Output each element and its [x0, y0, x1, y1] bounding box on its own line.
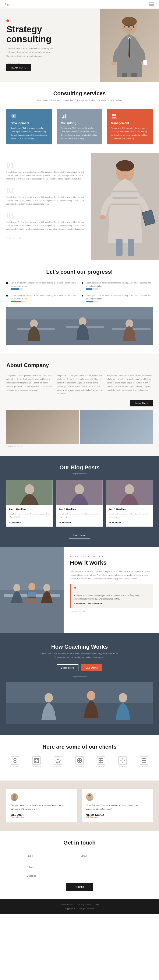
blog-title: Our Blog Posts [6, 464, 153, 471]
svg-point-43 [124, 484, 134, 495]
hero-photo [100, 9, 159, 82]
footer-link-3[interactable]: FAQ [95, 904, 99, 906]
svg-rect-9 [131, 73, 137, 77]
how-photo [0, 547, 64, 633]
client-svg-7 [141, 757, 147, 764]
blog-card-1-read-more[interactable]: READ MORE [9, 522, 22, 523]
progress-bar-bg-1 [11, 288, 23, 290]
client-label-4: COMPANY [75, 765, 84, 768]
progress-bar-fill-3 [11, 301, 21, 302]
svg-point-26 [122, 170, 123, 172]
service-consulting-text: Sample text. Click to select the text bo… [61, 127, 98, 140]
form-submit-button[interactable]: SUBMIT [66, 883, 93, 891]
coaching-image-credit: Image from Freepik [6, 675, 153, 678]
form-message-field [27, 873, 132, 879]
about-learn-more-button[interactable]: Learn More [131, 399, 153, 406]
progress-label-1: Lorem productum businesses for the food … [11, 281, 77, 288]
testimonial-name-1: BILL SMITH [11, 813, 73, 816]
blog-card-3-read-more[interactable]: READ MORE [109, 522, 121, 523]
about-photos [6, 410, 153, 444]
svg-rect-8 [122, 73, 127, 77]
blog-card-3-title: Post 3 Headline [109, 508, 150, 511]
svg-rect-53 [6, 703, 153, 724]
svg-rect-28 [116, 239, 123, 256]
footer-link-2[interactable]: Start Page Builder [77, 904, 91, 906]
clients-section: Here are some of our clients COMPANY COM [0, 735, 159, 781]
blog-card-3-img [106, 480, 153, 505]
form-name-input[interactable] [27, 853, 78, 859]
testimonial-card-2: "Sample quote. Lorem ipsum dolor sit ame… [82, 789, 153, 822]
blog-card-2-img [56, 480, 102, 505]
form-row-1 [27, 853, 132, 862]
hero-read-more-button[interactable]: READ MORE [6, 64, 31, 71]
client-logo-6: COMPANY [118, 756, 127, 768]
progress-dot-2 [82, 282, 83, 284]
client-icon-7 [140, 756, 148, 765]
numbered-photo [91, 153, 159, 260]
coaching-live-demo-button[interactable]: Live Demo [81, 664, 102, 671]
form-email-field [81, 853, 132, 859]
progress-label-4: Lorem productum businesses for the food … [86, 294, 153, 300]
coaching-learn-more-button[interactable]: Learn More [57, 664, 79, 671]
svg-point-41 [75, 484, 84, 495]
progress-grid: Lorem productum businesses for the food … [6, 281, 153, 302]
coaching-svg [6, 682, 153, 724]
svg-point-27 [127, 170, 128, 172]
avatar-2-svg [86, 793, 93, 801]
nav-logo: logo [5, 3, 10, 6]
testimonial-role-1: Financial Advisor [11, 816, 73, 818]
how-title: How it works [70, 559, 153, 566]
chart-icon [61, 113, 67, 119]
blog-card-1: Post 1 Headline Sample text. Lorem ipsum… [6, 480, 53, 527]
progress-bar-fill-2 [86, 288, 92, 290]
about-title: About Company [6, 362, 153, 369]
service-development-title: Development [11, 121, 48, 125]
blog-learn-more-button[interactable]: learn more [69, 532, 90, 538]
svg-point-47 [13, 584, 20, 592]
svg-point-22 [100, 215, 105, 219]
numbered-section: 01 Sample text. Click to select the text… [0, 153, 159, 260]
progress-item-4-content: Lorem productum businesses for the food … [86, 294, 153, 302]
client-icon-6 [118, 756, 127, 765]
svg-point-14 [112, 114, 114, 116]
blog-card-2: Post 2 Headline Sample text. Lorem ipsum… [56, 480, 102, 527]
how-section: MEANINGFUL SOLUTIONS, FAST How it works … [0, 547, 159, 633]
service-development-text: Sample text. Click to select the text bo… [11, 127, 48, 140]
client-svg-3 [55, 757, 61, 764]
client-logo-4: COMPANY [75, 756, 84, 768]
blog-card-1-text: Sample text. Lorem ipsum dolor sit amet,… [9, 512, 50, 519]
client-logo-5: COMPANY [96, 756, 105, 768]
testimonials-section: "Sample quote. Lorem ipsum dolor sit ame… [0, 781, 159, 831]
blog-img-1-svg [6, 480, 53, 505]
how-image-credit: Image from Freepik [70, 610, 153, 612]
blog-grid: Post 1 Headline Sample text. Lorem ipsum… [6, 480, 153, 527]
blog-card-2-read-more[interactable]: READ MORE [59, 522, 71, 523]
progress-bar-fill-4 [86, 301, 93, 302]
svg-rect-12 [63, 116, 65, 118]
about-col-3: Sample text. Lorem ipsum dolor sit amet,… [107, 374, 153, 395]
footer-link-1[interactable]: Number Hunter [60, 904, 72, 906]
hero-image-credit: Image by Freepik [6, 62, 93, 64]
numbered-item-3-num: 03 [6, 212, 14, 219]
client-label-7: COMPANY [140, 765, 149, 768]
form-email-input[interactable] [81, 853, 132, 859]
about-photo-1 [6, 410, 79, 444]
hero-accent-dot [6, 19, 9, 22]
about-text-3: Sample text. Lorem ipsum dolor sit amet,… [107, 374, 153, 392]
hero-section: Strategy consulting Duis aute irure dolo… [0, 9, 159, 82]
about-section: About Company Sample text. Lorem ipsum d… [0, 353, 159, 456]
form-subject-input[interactable] [27, 864, 132, 870]
navbar: logo [0, 0, 159, 9]
svg-point-48 [28, 583, 35, 590]
testimonial-text-1: "Sample quote. Lorem ipsum dolor sit ame… [11, 803, 73, 811]
client-logo-7: COMPANY [140, 756, 149, 768]
form-message-input[interactable] [27, 873, 132, 879]
numbered-item-1-header: 01 [6, 161, 85, 169]
numbered-item-2-header: 02 [6, 186, 85, 194]
client-svg-2 [33, 757, 39, 764]
svg-rect-13 [65, 114, 66, 118]
clients-title: Here are some of our clients [6, 743, 153, 750]
clients-logos: COMPANY COMPANY COMPANY [6, 752, 153, 772]
menu-icon[interactable] [149, 3, 154, 6]
progress-item-4: Lorem productum businesses for the food … [82, 294, 153, 302]
